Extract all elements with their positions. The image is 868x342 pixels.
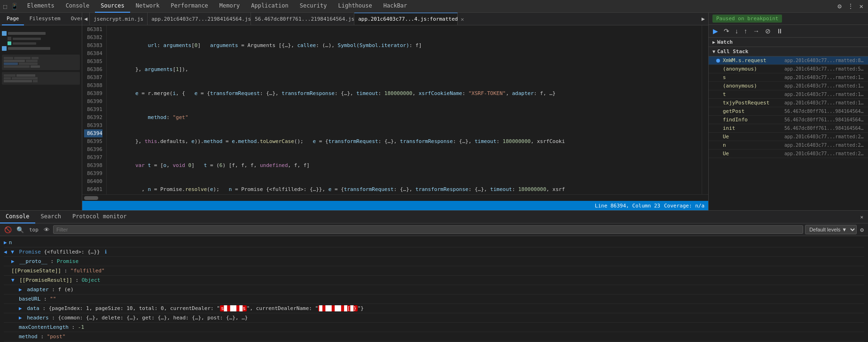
callstack-item-loc-1: app.201c6403c77...rmatted:53688 (784, 66, 864, 72)
bottom-close-icon[interactable]: ✕ (858, 213, 865, 221)
step-into-button[interactable]: ↓ (733, 26, 741, 36)
editor-scrollbar[interactable] (702, 25, 708, 194)
callstack-item-6[interactable]: getPost 56.467dc80ff761...984164564.js:1 (709, 107, 868, 116)
editor-tab-56[interactable]: 56.467dc80ff761...21984164564.js (251, 13, 354, 25)
maxcontent-sep: : (72, 324, 78, 330)
callstack-item-7[interactable]: findInfo 56.467dc80ff761...984164564.js:… (709, 116, 868, 124)
deactivate-breakpoints-button[interactable]: ⊘ (763, 26, 773, 36)
tab-strip-nav-left[interactable]: ◀ (82, 13, 90, 25)
callstack-item-0[interactable]: XmWM.s.request app.201c6403c77...rmatted… (709, 56, 868, 65)
step-over-button[interactable]: ↷ (721, 26, 732, 36)
console-settings-icon[interactable]: ⚙ (859, 225, 865, 234)
tab-label-app1: app.201c6403c77...21984164564.js (151, 16, 251, 22)
callstack-section-header[interactable]: ▼ Call Stack (709, 47, 868, 56)
callstack-item-8[interactable]: init 56.467dc80ff761...984164564.js:1 (709, 124, 868, 133)
callstack-item-9[interactable]: Ue app.201c6403c77...rmatted:20708 (709, 133, 868, 141)
console-method: method : "post" (4, 332, 864, 342)
adapter-key: adapter (27, 286, 48, 293)
tab-elements[interactable]: Elements (22, 0, 60, 13)
console-filter-icon[interactable]: 🔍 (15, 225, 25, 234)
baseurl-sep: : (44, 296, 50, 302)
promise-result-type: Object (82, 277, 101, 283)
more-icon[interactable]: ⋮ (845, 1, 856, 11)
console-data: ▶ data : {pageIndex: 1, pageSize: 10, to… (4, 304, 864, 313)
step-button[interactable]: → (751, 26, 762, 36)
console-arrow-n[interactable]: ▶ (4, 239, 7, 246)
tab-hackbar[interactable]: HackBar (378, 0, 413, 13)
line-num-86385: 86385 (84, 57, 102, 65)
editor-tab-app1[interactable]: app.201c6403c77...21984164564.js (148, 13, 251, 25)
inspect-icon[interactable]: ⬚ (2, 2, 8, 11)
code-line-86387: , n = Promise.resolve(e); n = Promise {<… (110, 185, 698, 193)
line-num-86386: 86386 (84, 65, 102, 73)
log-level-select[interactable]: Default levels ▼ (805, 225, 857, 234)
console-expand-proto[interactable]: ▶ (11, 258, 15, 264)
editor-tab-formatted[interactable]: app.201c6403c77...4.js:formatted ✕ (354, 13, 458, 25)
proto-key: __proto__ (19, 258, 47, 264)
horizontal-scrollbar[interactable] (82, 194, 708, 201)
promise-state-key: [[PromiseState]] (11, 268, 61, 274)
tab-sources[interactable]: Sources (95, 0, 130, 13)
step-out-button[interactable]: ↑ (742, 26, 750, 36)
settings-icon[interactable]: ⚙ (836, 1, 843, 11)
callstack-item-3[interactable]: (anonymous) app.201c6403c77...rmatted:18… (709, 82, 868, 90)
callstack-item-name-10: n (723, 142, 760, 148)
toolbar-right: ⚙ ⋮ ✕ (833, 1, 868, 11)
callstack-item-4[interactable]: t app.201c6403c77...rmatted:162927 (709, 90, 868, 99)
tab-security[interactable]: Security (294, 0, 333, 13)
status-bar: Line 86394, Column 23 Coverage: n/a (82, 201, 708, 210)
tab-application[interactable]: Application (245, 0, 294, 13)
console-result-indicator[interactable]: ◀ (4, 249, 7, 255)
tab-performance[interactable]: Performance (165, 0, 213, 13)
eye-icon[interactable]: 👁 (42, 225, 51, 234)
bottom-tabs-right: ✕ (855, 213, 868, 221)
pause-exceptions-button[interactable]: ⏸ (774, 26, 785, 36)
callstack-item-5[interactable]: txjyPostRequest app.201c6403c77...rmatte… (709, 99, 868, 107)
console-expand-data[interactable]: ▶ (19, 305, 22, 311)
console-expand-result[interactable]: ▼ (11, 277, 15, 283)
tab-memory[interactable]: Memory (214, 0, 245, 13)
tab-scroll-right-icon[interactable]: ▶ (700, 15, 706, 23)
console-expand-adapter[interactable]: ▶ (19, 286, 22, 293)
console-output[interactable]: ▶n ◀ ▼ Promise {<fulfilled>: {…}} ℹ ▶ __… (0, 236, 868, 342)
line-num-86400: 86400 (84, 177, 102, 185)
file-panel (0, 25, 82, 89)
editor-tab-jsencrypt[interactable]: jsencrypt.min.js (90, 13, 148, 25)
console-expand-headers[interactable]: ▶ (19, 315, 22, 321)
callstack-item-10[interactable]: n app.201c6403c77...rmatted:20828 (709, 141, 868, 150)
bottom-tab-search[interactable]: Search (35, 211, 67, 223)
tab-network[interactable]: Network (130, 0, 165, 13)
watch-triangle-icon: ▶ (712, 40, 715, 45)
close-icon[interactable]: ✕ (858, 1, 865, 11)
resume-button[interactable]: ▶ (711, 26, 720, 36)
line-num-86392: 86392 (84, 113, 102, 121)
callstack-item-11[interactable]: Ue app.201c6403c77...rmatted:20708 (709, 150, 868, 158)
line-num-86387: 86387 (84, 73, 102, 81)
maxcontent-value: -1 (78, 324, 84, 330)
tab-console[interactable]: Console (60, 0, 95, 13)
secondary-tab-page[interactable]: Page (2, 13, 24, 25)
bottom-toolbar: 🚫 🔍 top 👁 Default levels ▼ ⚙ (0, 223, 868, 236)
console-adapter: ▶ adapter : f (e) (4, 285, 864, 294)
bottom-tab-protocol[interactable]: Protocol monitor (67, 211, 133, 223)
console-filter-input[interactable] (53, 225, 803, 234)
promise-info-icon[interactable]: ℹ (105, 249, 107, 255)
tab-lighthouse[interactable]: Lighthouse (332, 0, 377, 13)
top-context-selector[interactable]: top (27, 227, 40, 233)
secondary-tab-filesystem[interactable]: Filesystem (25, 13, 65, 25)
callstack-item-name-7: findInfo (723, 117, 760, 123)
watch-section-header[interactable]: ▶ Watch (709, 38, 868, 47)
active-frame-indicator (716, 59, 720, 63)
device-icon[interactable]: 📱 (9, 2, 20, 11)
secondary-tab-overrides[interactable]: Overrides (66, 13, 82, 25)
clear-console-icon[interactable]: 🚫 (3, 225, 13, 234)
callstack-item-2[interactable]: s app.201c6403c77...rmatted:189401 (709, 73, 868, 82)
console-expand-promise[interactable]: ▼ (11, 249, 14, 255)
callstack-item-1[interactable]: (anonymous) app.201c6403c77...rmatted:53… (709, 65, 868, 73)
code-content[interactable]: url: arguments[0] arguments = Arguments … (107, 25, 702, 194)
callstack-item-name-8: init (723, 125, 760, 131)
callstack-item-name-1: (anonymous) (723, 66, 760, 72)
tab-close-formatted[interactable]: ✕ (460, 16, 465, 23)
bottom-tab-console[interactable]: Console (0, 211, 35, 223)
line-num-86394: 86394 (84, 129, 102, 137)
